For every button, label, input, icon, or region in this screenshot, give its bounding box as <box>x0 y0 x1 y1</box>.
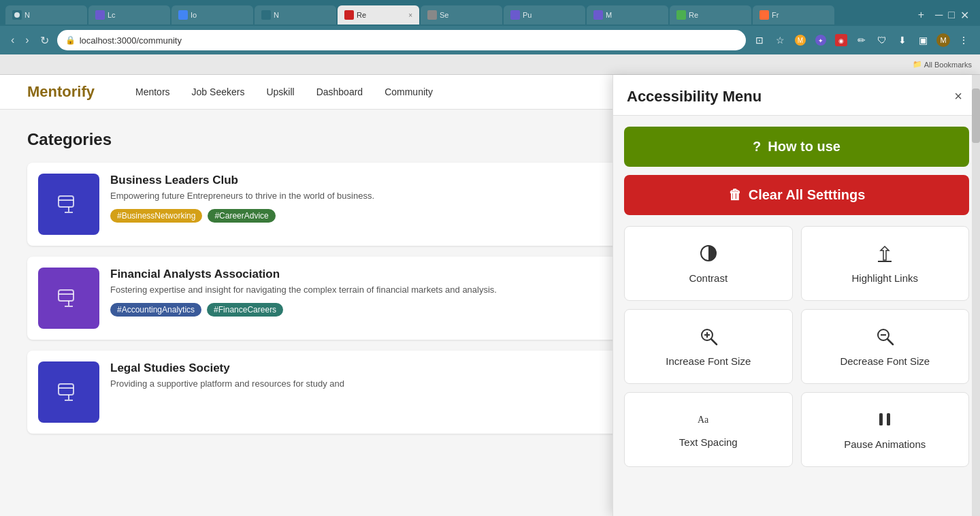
contrast-icon <box>699 244 718 267</box>
clear-settings-label: Clear All Setttings <box>749 187 866 203</box>
panel-title: Accessibility Menu <box>627 88 762 106</box>
nav-community[interactable]: Community <box>385 86 433 97</box>
svg-text:M: M <box>798 37 803 44</box>
increase-font-label: Increase Font Size <box>666 355 751 367</box>
tab-title-2: Lc <box>108 11 163 19</box>
clear-settings-button[interactable]: 🗑 Clear All Setttings <box>624 175 969 215</box>
window-controls: ─ □ ✕ <box>930 9 975 22</box>
svg-text:◉: ◉ <box>838 37 844 44</box>
reload-button[interactable]: ↻ <box>37 33 52 48</box>
back-button[interactable]: ‹ <box>8 33 17 48</box>
nav-job-seekers[interactable]: Job Seekers <box>192 86 245 97</box>
text-spacing-option[interactable]: Aa Text Spacing <box>624 392 793 467</box>
tab-7[interactable]: Pu <box>504 5 585 25</box>
tag-finance[interactable]: #FinanceCareers <box>207 303 283 317</box>
highlight-links-option[interactable]: Highlight Links <box>801 226 970 301</box>
all-bookmarks[interactable]: 📁 All Bookmarks <box>913 60 972 69</box>
scroll-thumb[interactable] <box>972 88 980 143</box>
svg-line-15 <box>711 339 717 344</box>
nav-dashboard[interactable]: Dashboard <box>316 86 363 97</box>
extension-shield-icon[interactable]: 🛡 <box>874 32 890 48</box>
tab-bar: N Lc Io N Re × Se Pu M <box>0 0 980 26</box>
tag-career-advice[interactable]: #CareerAdvice <box>208 209 275 223</box>
tab-title-1: N <box>24 11 80 19</box>
page-content: Mentorify Mentors Job Seekers Upskill Da… <box>0 75 980 516</box>
pause-animations-label: Pause Animations <box>844 438 926 450</box>
lock-icon: 🔒 <box>65 35 76 45</box>
svg-rect-23 <box>887 413 890 425</box>
extension-pencil-icon[interactable]: ✏ <box>853 32 870 48</box>
category-icon-1 <box>38 174 99 235</box>
highlight-links-label: Highlight Links <box>851 272 918 284</box>
svg-point-0 <box>14 12 20 18</box>
increase-font-option[interactable]: Increase Font Size <box>624 309 793 384</box>
cast-icon[interactable]: ⊡ <box>751 32 768 48</box>
minimize-button[interactable]: ─ <box>935 9 943 21</box>
download-icon[interactable]: ⬇ <box>894 32 911 48</box>
decrease-font-icon <box>875 327 894 350</box>
nav-upskill[interactable]: Upskill <box>266 86 294 97</box>
how-to-use-button[interactable]: ? How to use <box>624 127 969 167</box>
tab-title-4: N <box>274 11 329 19</box>
tab-9[interactable]: Re <box>670 5 751 25</box>
svg-rect-11 <box>59 384 74 395</box>
tag-business-networking[interactable]: #BusinessNetworking <box>110 209 202 223</box>
text-spacing-label: Text Spacing <box>679 436 738 448</box>
category-icon-3 <box>38 361 99 423</box>
text-spacing-icon: Aa <box>698 412 719 431</box>
tab-10[interactable]: Fr <box>753 5 834 25</box>
decrease-font-label: Decrease Font Size <box>840 355 930 367</box>
tab-3[interactable]: Io <box>172 5 253 25</box>
bookmark-folder-icon: 📁 <box>913 60 922 69</box>
tab-4[interactable]: N <box>255 5 336 25</box>
svg-text:✦: ✦ <box>818 37 823 44</box>
panel-close-button[interactable]: × <box>950 87 966 106</box>
tab-title-5: Re <box>357 11 406 19</box>
svg-rect-22 <box>879 413 883 425</box>
tab-title-8: M <box>606 11 662 19</box>
tab-title-6: Se <box>440 11 495 19</box>
nav-mentors[interactable]: Mentors <box>135 86 170 97</box>
forward-button[interactable]: › <box>22 33 31 48</box>
tab-title-9: Re <box>689 11 745 19</box>
tab-title-3: Io <box>191 11 246 19</box>
sidebar-toggle-icon[interactable]: ▣ <box>915 32 931 48</box>
svg-text:M: M <box>940 36 946 44</box>
scrollbar[interactable] <box>972 75 980 516</box>
increase-font-icon <box>699 327 718 350</box>
address-box[interactable]: 🔒 localhost:3000/community <box>57 30 746 50</box>
profile-avatar[interactable]: M <box>935 32 951 48</box>
browser-chrome: N Lc Io N Re × Se Pu M <box>0 0 980 75</box>
svg-text:Aa: Aa <box>698 415 709 425</box>
extension-3-icon[interactable]: ◉ <box>833 32 849 48</box>
menu-button[interactable]: ⋮ <box>956 32 972 48</box>
decrease-font-option[interactable]: Decrease Font Size <box>801 309 970 384</box>
star-icon[interactable]: ☆ <box>772 32 788 48</box>
tab-5-active[interactable]: Re × <box>338 5 419 25</box>
tab-2[interactable]: Lc <box>88 5 170 25</box>
site-logo: Mentorify <box>27 83 95 101</box>
tab-1[interactable]: N <box>5 5 87 25</box>
new-tab-button[interactable]: + <box>914 7 928 22</box>
maximize-button[interactable]: □ <box>948 9 955 21</box>
tab-title-10: Fr <box>772 11 828 19</box>
svg-rect-9 <box>59 196 74 207</box>
extension-1-icon[interactable]: M <box>792 32 808 48</box>
svg-line-19 <box>887 339 893 344</box>
accessibility-panel: Accessibility Menu × ? How to use 🗑 Clea… <box>612 75 980 516</box>
tag-accounting[interactable]: #AccountingAnalytics <box>110 303 201 317</box>
close-window-button[interactable]: ✕ <box>960 9 969 22</box>
close-tab-icon[interactable]: × <box>408 12 412 19</box>
tab-6[interactable]: Se <box>421 5 502 25</box>
pause-animations-option[interactable]: Pause Animations <box>801 392 970 467</box>
tab-8[interactable]: M <box>587 5 668 25</box>
address-bar-row: ‹ › ↻ 🔒 localhost:3000/community ⊡ ☆ M ✦… <box>0 26 980 54</box>
panel-body: ? How to use 🗑 Clear All Setttings <box>613 116 980 478</box>
address-text: localhost:3000/community <box>80 35 738 46</box>
bookmarks-bar: 📁 All Bookmarks <box>0 54 980 75</box>
contrast-label: Contrast <box>689 272 728 284</box>
extension-2-icon[interactable]: ✦ <box>813 32 829 48</box>
tab-title-7: Pu <box>523 11 578 19</box>
contrast-option[interactable]: Contrast <box>624 226 793 301</box>
how-to-use-label: How to use <box>768 139 840 155</box>
